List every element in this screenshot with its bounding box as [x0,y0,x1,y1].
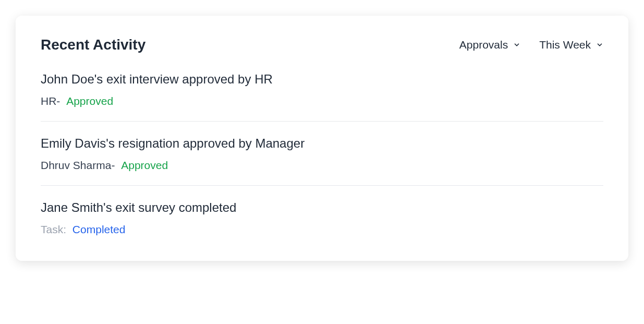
activity-meta: Dhruv Sharma- Approved [41,159,603,172]
activity-status: Approved [66,95,113,107]
card-title: Recent Activity [41,37,145,53]
activity-item: Emily Davis's resignation approved by Ma… [41,121,603,185]
chevron-down-icon [513,41,520,49]
filter-type-dropdown[interactable]: Approvals [459,39,520,51]
activity-meta-prefix: Task: [41,223,66,235]
activity-meta: HR- Approved [41,95,603,107]
filter-type-label: Approvals [459,39,508,51]
activity-meta-prefix: Dhruv Sharma- [41,159,115,171]
filters: Approvals This Week [459,39,603,51]
activity-item: John Doe's exit interview approved by HR… [41,72,603,121]
filter-range-label: This Week [539,39,591,51]
activity-meta-prefix: HR- [41,95,60,107]
activity-item: Jane Smith's exit survey completed Task:… [41,185,603,236]
recent-activity-card: Recent Activity Approvals This Week John… [16,16,628,261]
activity-meta: Task: Completed [41,223,603,236]
activity-title: John Doe's exit interview approved by HR [41,72,603,87]
activity-title: Jane Smith's exit survey completed [41,200,603,215]
activity-status: Completed [72,223,126,235]
activity-list: John Doe's exit interview approved by HR… [41,72,603,236]
filter-range-dropdown[interactable]: This Week [539,39,603,51]
activity-title: Emily Davis's resignation approved by Ma… [41,136,603,151]
card-header: Recent Activity Approvals This Week [41,37,603,53]
activity-status: Approved [121,159,168,171]
chevron-down-icon [596,41,603,49]
